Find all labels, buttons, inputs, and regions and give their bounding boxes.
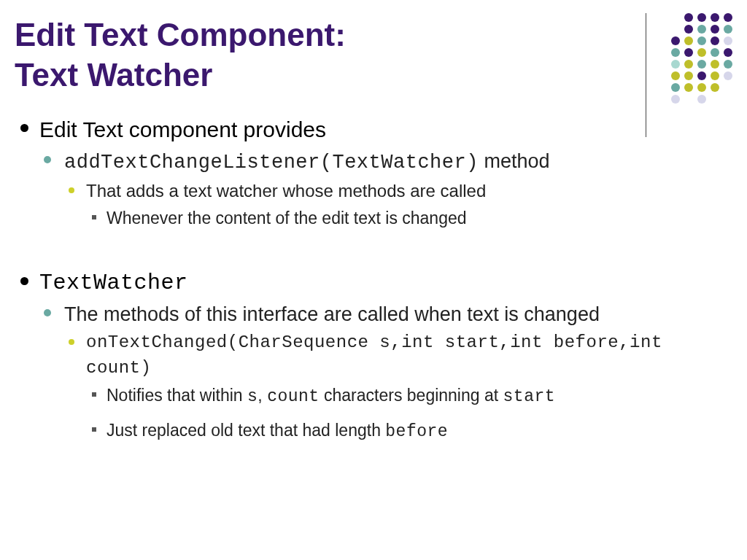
slide: Edit Text Component: Text Watcher Edit T… xyxy=(0,0,747,560)
bullet-level2: The methods of this interface are called… xyxy=(39,301,725,445)
title-line-2: Text Watcher xyxy=(15,57,212,93)
bullet-text: Just replaced old text that had length b… xyxy=(107,418,725,445)
title-line-1: Edit Text Component: xyxy=(15,17,346,52)
bullet-text: Edit Text component provides xyxy=(39,115,725,145)
bullet-text: The methods of this interface are called… xyxy=(64,301,725,327)
content-list: Edit Text component provides addTextChan… xyxy=(15,115,725,445)
slide-title: Edit Text Component: Text Watcher xyxy=(15,15,725,95)
decor-dot-grid xyxy=(651,13,732,106)
bullet-text: Whenever the content of the edit text is… xyxy=(107,206,725,231)
text-suffix: method xyxy=(479,150,550,172)
code-text: TextWatcher xyxy=(39,268,725,298)
bullet-level4: Whenever the content of the edit text is… xyxy=(86,206,725,231)
bullet-level1: TextWatcher The methods of this interfac… xyxy=(15,268,725,445)
bullet-level2: addTextChangeListener(TextWatcher) metho… xyxy=(39,148,725,231)
bullet-level4: Notifies that within s, count characters… xyxy=(86,383,725,410)
bullet-level3: That adds a text watcher whose methods a… xyxy=(64,179,725,230)
bullet-text: Notifies that within s, count characters… xyxy=(107,383,725,410)
bullet-level3: onTextChanged(CharSequence s,int start,i… xyxy=(64,330,725,445)
bullet-level1: Edit Text component provides addTextChan… xyxy=(15,115,725,255)
bullet-text: That adds a text watcher whose methods a… xyxy=(86,179,725,204)
bullet-level4: Just replaced old text that had length b… xyxy=(86,418,725,445)
code-text: addTextChangeListener(TextWatcher) xyxy=(64,152,479,174)
code-text: onTextChanged(CharSequence s,int start,i… xyxy=(86,330,725,381)
bullet-text: addTextChangeListener(TextWatcher) metho… xyxy=(64,148,725,176)
